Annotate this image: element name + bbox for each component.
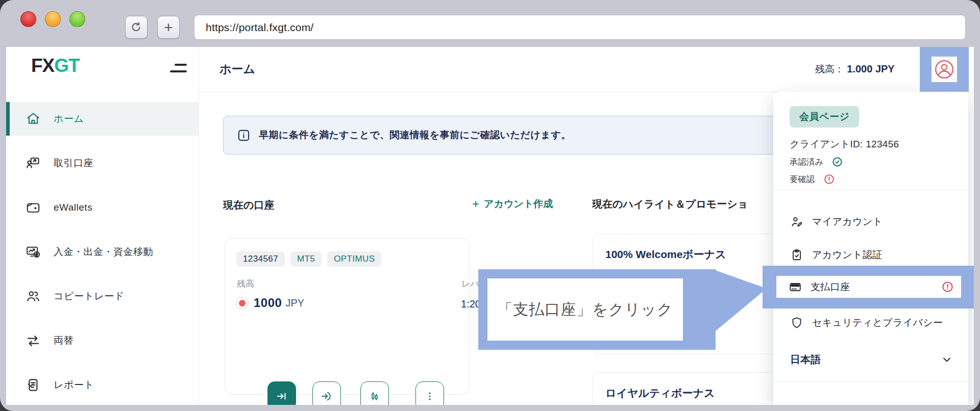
deposit-icon — [275, 390, 288, 403]
card-balance-label: 残高 — [237, 278, 254, 290]
sidebar-item-home[interactable]: ホーム — [6, 102, 199, 136]
sidebar-item-label: 両替 — [54, 334, 74, 347]
plus-icon: + — [472, 197, 479, 211]
sidebar-item-exchange[interactable]: 両替 — [6, 324, 199, 357]
account-card: 1234567 MT5 OPTIMUS 残高 レバ 1000 JPY 1:20 … — [225, 238, 470, 395]
sidebar-item-label: ホーム — [54, 112, 84, 125]
menu-item-account-verification[interactable]: アカウント認証 — [773, 243, 968, 267]
language-label: 日本語 — [790, 353, 821, 367]
transfer-icon — [320, 390, 333, 403]
create-account-label: アカウント作成 — [484, 197, 553, 211]
review-required-status: 要確認 — [790, 173, 835, 185]
language-selector[interactable]: 日本語 — [773, 347, 968, 372]
card-leverage-label: レバ — [461, 278, 479, 290]
callout-body: 「支払口座」をクリック — [487, 278, 683, 341]
promo-title: ロイヤルティボーナス — [605, 386, 715, 400]
card-balance-row: 1000 JPY — [236, 296, 304, 310]
clipboard-check-icon — [790, 248, 803, 262]
browser-window: + https://portal.fxgt.com/ FXGT ホーム 取引口座 — [0, 0, 980, 411]
platform-chip: MT5 — [290, 251, 322, 267]
avatar-button[interactable] — [932, 57, 957, 82]
trade-icon — [368, 390, 381, 403]
promo-card-loyalty-bonus[interactable]: ロイヤルティボーナス — [592, 372, 792, 405]
page-title: ホーム — [219, 61, 255, 77]
info-icon — [237, 129, 251, 142]
client-id-text: クライアントID: 123456 — [790, 138, 899, 151]
menu-item-label: セキュリティとプライバシー — [812, 316, 943, 329]
chevron-down-icon — [941, 353, 953, 366]
alert-circle-icon — [823, 173, 835, 185]
sidebar-item-label: 取引口座 — [54, 157, 93, 170]
funds-transfer-icon — [26, 244, 41, 260]
exchange-icon — [26, 333, 41, 348]
sidebar: FXGT ホーム 取引口座 eWallets 入金・出金・資金移動 — [6, 47, 199, 405]
user-edit-icon — [790, 215, 803, 228]
user-avatar-icon — [934, 59, 955, 80]
account-chips: 1234567 MT5 OPTIMUS — [236, 251, 381, 267]
card-balance-value: 1000 — [254, 296, 282, 310]
status-dot-icon — [236, 297, 249, 310]
url-text: https://portal.fxgt.com/ — [206, 21, 313, 34]
fxgt-logo[interactable]: FXGT — [31, 55, 80, 76]
menu-divider — [773, 190, 968, 190]
sidebar-collapse-icon[interactable] — [170, 64, 187, 72]
deposit-button[interactable] — [267, 381, 296, 405]
trade-button[interactable] — [360, 381, 389, 405]
balance-display: 残高： 1.000 JPY — [815, 63, 895, 76]
callout-tooltip: 「支払口座」をクリック — [478, 269, 716, 350]
close-window-button[interactable] — [20, 11, 36, 27]
sidebar-item-reports[interactable]: レポート — [6, 368, 199, 402]
home-icon — [26, 111, 41, 126]
reload-icon — [130, 21, 142, 34]
zoom-window-button[interactable] — [69, 11, 85, 27]
accounts-heading: 現在の口座 — [223, 198, 274, 212]
new-tab-button[interactable]: + — [157, 16, 180, 39]
balance-value: 1.000 JPY — [847, 63, 894, 74]
transfer-button[interactable] — [312, 381, 341, 405]
more-vertical-icon — [423, 390, 436, 403]
wallet-icon — [26, 200, 41, 215]
sidebar-item-ewallets[interactable]: eWallets — [6, 191, 199, 224]
details-button[interactable] — [415, 381, 444, 405]
sidebar-item-label: 入金・出金・資金移動 — [54, 245, 153, 259]
shield-icon — [790, 316, 803, 329]
avatar-click-highlight — [920, 47, 969, 92]
alert-circle-icon — [941, 280, 954, 293]
approved-status: 承認済み — [790, 156, 843, 168]
info-banner-text: 早期に条件を満たすことで、関連情報を事前にご確認いただけます。 — [259, 129, 571, 142]
sidebar-item-label: eWallets — [54, 202, 92, 213]
sidebar-item-label: コピートレード — [54, 290, 125, 303]
info-banner: 早期に条件を満たすことで、関連情報を事前にご確認いただけます。 — [223, 116, 792, 155]
card-balance-currency: JPY — [285, 297, 304, 309]
trading-account-icon — [26, 156, 41, 171]
sidebar-item-copy-trade[interactable]: コピートレード — [6, 279, 199, 313]
browser-chrome: + https://portal.fxgt.com/ — [0, 0, 980, 47]
menu-item-security-privacy[interactable]: セキュリティとプライバシー — [773, 311, 968, 335]
sidebar-item-label: レポート — [54, 378, 94, 392]
app-page: FXGT ホーム 取引口座 eWallets 入金・出金・資金移動 — [6, 47, 974, 405]
copy-trade-icon — [26, 289, 41, 304]
member-page-badge: 会員ページ — [790, 106, 859, 127]
minimize-window-button[interactable] — [45, 11, 61, 27]
promo-title: 100% Welcomeボーナス — [605, 247, 726, 262]
account-number-chip: 1234567 — [236, 251, 285, 267]
payment-account-highlight: 支払口座 — [763, 266, 974, 309]
chevron-down-icon — [26, 380, 36, 390]
menu-item-label: アカウント認証 — [812, 248, 882, 262]
account-dropdown-menu: 会員ページ クライアントID: 123456 承認済み 要確認 マイアカウント … — [773, 92, 968, 405]
menu-item-my-account[interactable]: マイアカウント — [773, 210, 968, 234]
credit-card-icon — [789, 280, 802, 294]
menu-item-label: 支払口座 — [811, 280, 850, 294]
menu-item-label: マイアカウント — [812, 215, 883, 228]
reload-button[interactable] — [125, 16, 148, 39]
badge-check-icon — [831, 156, 843, 168]
url-bar[interactable]: https://portal.fxgt.com/ — [194, 15, 966, 40]
sidebar-item-deposit-withdraw-transfer[interactable]: 入金・出金・資金移動 — [6, 235, 199, 269]
menu-item-payment-account[interactable]: 支払口座 — [776, 276, 961, 298]
callout-text: 「支払口座」をクリック — [497, 299, 673, 320]
sidebar-item-trading-accounts[interactable]: 取引口座 — [6, 146, 199, 180]
account-type-chip: OPTIMUS — [327, 251, 381, 267]
menu-divider — [773, 381, 968, 382]
create-account-button[interactable]: + アカウント作成 — [472, 197, 553, 211]
